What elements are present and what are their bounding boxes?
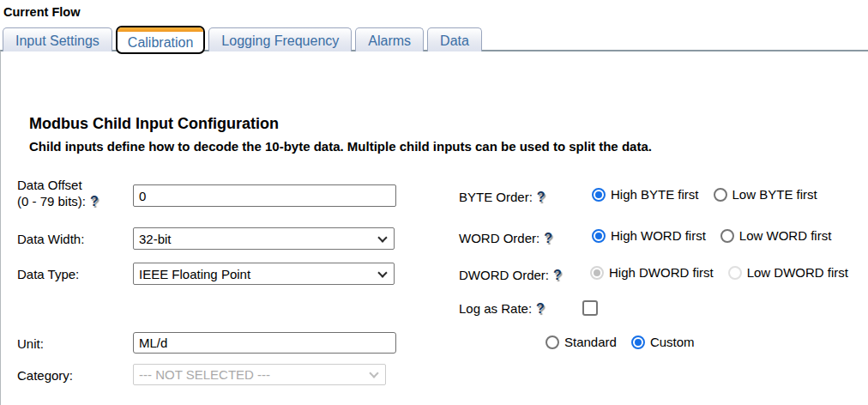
radio-label: High BYTE first (611, 187, 699, 202)
data-width-value: 32-bit (139, 232, 172, 246)
tab-label: Calibration (128, 35, 193, 50)
help-icon[interactable]: ? (544, 230, 552, 246)
tab-data[interactable]: Data (427, 27, 482, 51)
radio-low-byte-first[interactable]: Low BYTE first (714, 187, 817, 202)
tab-bar: Input Settings Calibration Logging Frequ… (3, 26, 482, 51)
radio-unselected-icon[interactable] (720, 229, 734, 243)
radio-unselected-icon[interactable] (714, 188, 727, 202)
byte-order-label: BYTE Order:? (459, 189, 546, 205)
data-width-label: Data Width: (17, 231, 84, 247)
radio-custom[interactable]: Custom (631, 335, 695, 349)
page: Current Flow Input Settings Calibration … (0, 0, 868, 405)
word-order-label-text: WORD Order: (459, 231, 539, 245)
help-icon[interactable]: ? (90, 193, 99, 209)
category-label: Category: (17, 367, 73, 384)
radio-disabled-selected-icon (590, 266, 604, 280)
tab-logging-frequency[interactable]: Logging Frequency (208, 27, 352, 51)
help-icon[interactable]: ? (553, 267, 562, 283)
data-offset-label-line1: Data Offset (17, 178, 82, 192)
category-value: --- NOT SELECTED --- (139, 367, 270, 382)
unit-input[interactable] (133, 332, 396, 354)
radio-high-dword-first: High DWORD first (590, 265, 714, 280)
radio-label: High DWORD first (609, 265, 714, 280)
radio-unselected-icon[interactable] (546, 335, 559, 349)
dword-order-label: DWORD Order:? (459, 267, 562, 283)
radio-label: Custom (650, 335, 695, 349)
tab-content-panel: Modbus Child Input Configuration Child i… (0, 50, 868, 405)
radio-selected-icon[interactable] (592, 229, 606, 243)
data-type-label: Data Type: (17, 266, 79, 282)
radio-label: Low BYTE first (732, 187, 817, 202)
log-as-rate-label-text: Log as Rate: (459, 301, 532, 316)
radio-label: High WORD first (611, 228, 706, 243)
help-icon[interactable]: ? (536, 300, 545, 317)
data-offset-input[interactable] (133, 184, 396, 207)
data-offset-label: Data Offset (0 - 79 bits):? (17, 177, 99, 209)
unit-label: Unit: (17, 335, 44, 352)
word-order-label: WORD Order:? (459, 230, 552, 246)
tab-alarms[interactable]: Alarms (355, 27, 424, 51)
radio-standard[interactable]: Standard (546, 335, 617, 349)
log-as-rate-checkbox[interactable] (582, 300, 598, 316)
help-icon[interactable]: ? (537, 189, 546, 205)
radio-selected-icon[interactable] (592, 188, 606, 202)
section-heading: Modbus Child Input Configuration (29, 115, 279, 133)
data-offset-label-line2: (0 - 79 bits): (17, 194, 86, 209)
chevron-down-icon (377, 268, 387, 277)
tab-input-settings[interactable]: Input Settings (3, 27, 112, 51)
page-title: Current Flow (3, 5, 80, 19)
log-as-rate-label: Log as Rate:? (459, 300, 545, 317)
byte-order-group: High BYTE first Low BYTE first (592, 187, 826, 202)
tab-calibration[interactable]: Calibration (116, 26, 205, 54)
data-type-value: IEEE Floating Point (139, 267, 250, 281)
radio-disabled-unselected-icon (728, 266, 742, 280)
radio-low-word-first[interactable]: Low WORD first (720, 228, 832, 243)
category-select: --- NOT SELECTED --- (133, 364, 386, 385)
radio-low-dword-first: Low DWORD first (728, 265, 848, 280)
radio-high-word-first[interactable]: High WORD first (592, 228, 706, 243)
section-description: Child inputs define how to decode the 10… (29, 139, 652, 154)
dword-order-group: High DWORD first Low DWORD first (590, 265, 857, 280)
chevron-down-icon (377, 233, 387, 242)
byte-order-label-text: BYTE Order: (459, 190, 533, 204)
radio-label: Low DWORD first (747, 265, 848, 280)
data-width-select[interactable]: 32-bit (133, 227, 395, 250)
radio-label: Standard (564, 335, 617, 349)
radio-selected-icon[interactable] (631, 335, 645, 349)
word-order-group: High WORD first Low WORD first (592, 228, 840, 243)
dword-order-label-text: DWORD Order: (459, 268, 549, 282)
chevron-down-icon (369, 368, 378, 378)
radio-high-byte-first[interactable]: High BYTE first (592, 187, 699, 202)
data-type-select[interactable]: IEEE Floating Point (133, 263, 395, 285)
radio-label: Low WORD first (739, 228, 832, 243)
mode-group: Standard Custom (546, 335, 703, 349)
